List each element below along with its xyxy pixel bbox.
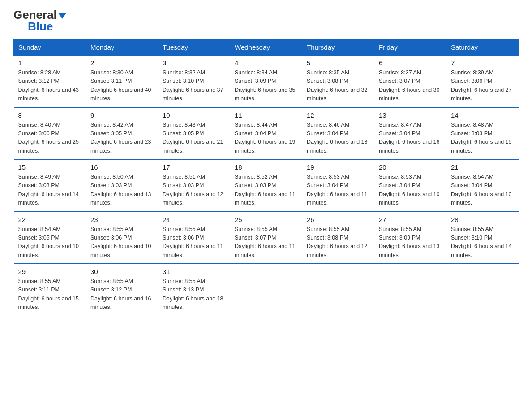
day-cell: 4 Sunrise: 8:34 AMSunset: 3:09 PMDayligh… <box>230 55 302 107</box>
day-info: Sunrise: 8:54 AMSunset: 3:04 PMDaylight:… <box>451 173 514 208</box>
day-number: 27 <box>379 216 442 223</box>
day-number: 8 <box>18 111 82 119</box>
day-info: Sunrise: 8:55 AMSunset: 3:10 PMDaylight:… <box>451 225 514 260</box>
logo-general-text: General <box>13 9 57 21</box>
calendar-table: SundayMondayTuesdayWednesdayThursdayFrid… <box>13 39 519 316</box>
weekday-header-friday: Friday <box>374 40 446 56</box>
day-cell: 9 Sunrise: 8:42 AMSunset: 3:05 PMDayligh… <box>86 107 158 160</box>
day-number: 23 <box>90 216 153 223</box>
day-cell: 20 Sunrise: 8:53 AMSunset: 3:04 PMDaylig… <box>374 159 446 212</box>
day-info: Sunrise: 8:53 AMSunset: 3:04 PMDaylight:… <box>379 173 442 208</box>
day-cell <box>374 264 446 316</box>
day-number: 25 <box>235 216 297 223</box>
day-cell: 18 Sunrise: 8:52 AMSunset: 3:03 PMDaylig… <box>230 159 302 212</box>
day-number: 7 <box>451 59 514 67</box>
logo-blue-text: Blue <box>28 21 53 32</box>
day-cell: 30 Sunrise: 8:55 AMSunset: 3:12 PMDaylig… <box>86 264 158 316</box>
day-cell: 2 Sunrise: 8:30 AMSunset: 3:11 PMDayligh… <box>86 55 158 107</box>
weekday-header-tuesday: Tuesday <box>158 40 230 56</box>
day-cell: 1 Sunrise: 8:28 AMSunset: 3:12 PMDayligh… <box>14 55 86 107</box>
day-number: 10 <box>163 111 225 119</box>
day-info: Sunrise: 8:28 AMSunset: 3:12 PMDaylight:… <box>18 68 82 103</box>
day-number: 11 <box>235 111 297 119</box>
day-number: 4 <box>235 59 297 67</box>
day-number: 18 <box>235 163 297 171</box>
weekday-header-wednesday: Wednesday <box>230 40 302 56</box>
day-number: 5 <box>307 59 369 67</box>
day-number: 6 <box>379 59 442 67</box>
day-number: 16 <box>90 163 153 171</box>
day-cell: 25 Sunrise: 8:55 AMSunset: 3:07 PMDaylig… <box>230 212 302 264</box>
day-cell: 5 Sunrise: 8:35 AMSunset: 3:08 PMDayligh… <box>302 55 374 107</box>
day-number: 24 <box>163 216 225 223</box>
day-number: 13 <box>379 111 442 119</box>
day-cell: 7 Sunrise: 8:39 AMSunset: 3:06 PMDayligh… <box>446 55 519 107</box>
day-info: Sunrise: 8:40 AMSunset: 3:06 PMDaylight:… <box>18 121 82 156</box>
day-cell: 23 Sunrise: 8:55 AMSunset: 3:06 PMDaylig… <box>86 212 158 264</box>
day-number: 17 <box>163 163 225 171</box>
day-number: 14 <box>451 111 514 119</box>
day-cell: 17 Sunrise: 8:51 AMSunset: 3:03 PMDaylig… <box>158 159 230 212</box>
logo-triangle-icon <box>58 13 66 19</box>
day-info: Sunrise: 8:55 AMSunset: 3:08 PMDaylight:… <box>307 225 369 260</box>
weekday-header-sunday: Sunday <box>14 40 86 56</box>
day-info: Sunrise: 8:43 AMSunset: 3:05 PMDaylight:… <box>163 121 225 156</box>
weekday-header-row: SundayMondayTuesdayWednesdayThursdayFrid… <box>14 40 519 56</box>
week-row-4: 22 Sunrise: 8:54 AMSunset: 3:05 PMDaylig… <box>14 212 519 264</box>
day-cell: 24 Sunrise: 8:55 AMSunset: 3:06 PMDaylig… <box>158 212 230 264</box>
day-info: Sunrise: 8:55 AMSunset: 3:12 PMDaylight:… <box>90 277 153 312</box>
week-row-1: 1 Sunrise: 8:28 AMSunset: 3:12 PMDayligh… <box>14 55 519 107</box>
day-info: Sunrise: 8:42 AMSunset: 3:05 PMDaylight:… <box>90 121 153 156</box>
day-cell: 12 Sunrise: 8:46 AMSunset: 3:04 PMDaylig… <box>302 107 374 160</box>
week-row-3: 15 Sunrise: 8:49 AMSunset: 3:03 PMDaylig… <box>14 159 519 212</box>
weekday-header-monday: Monday <box>86 40 158 56</box>
day-cell: 14 Sunrise: 8:48 AMSunset: 3:03 PMDaylig… <box>446 107 519 160</box>
day-cell <box>302 264 374 316</box>
day-info: Sunrise: 8:48 AMSunset: 3:03 PMDaylight:… <box>451 121 514 156</box>
day-info: Sunrise: 8:35 AMSunset: 3:08 PMDaylight:… <box>307 68 369 103</box>
day-cell: 8 Sunrise: 8:40 AMSunset: 3:06 PMDayligh… <box>14 107 86 160</box>
day-cell: 31 Sunrise: 8:55 AMSunset: 3:13 PMDaylig… <box>158 264 230 316</box>
day-info: Sunrise: 8:55 AMSunset: 3:13 PMDaylight:… <box>163 277 225 312</box>
day-info: Sunrise: 8:30 AMSunset: 3:11 PMDaylight:… <box>90 68 153 103</box>
day-number: 1 <box>18 59 82 67</box>
day-cell: 6 Sunrise: 8:37 AMSunset: 3:07 PMDayligh… <box>374 55 446 107</box>
day-info: Sunrise: 8:54 AMSunset: 3:05 PMDaylight:… <box>18 225 82 260</box>
day-info: Sunrise: 8:34 AMSunset: 3:09 PMDaylight:… <box>235 68 297 103</box>
week-row-5: 29 Sunrise: 8:55 AMSunset: 3:11 PMDaylig… <box>14 264 519 316</box>
day-info: Sunrise: 8:51 AMSunset: 3:03 PMDaylight:… <box>163 173 225 208</box>
day-cell <box>446 264 519 316</box>
day-number: 2 <box>90 59 153 67</box>
day-number: 29 <box>18 268 82 275</box>
day-cell: 27 Sunrise: 8:55 AMSunset: 3:09 PMDaylig… <box>374 212 446 264</box>
day-number: 26 <box>307 216 369 223</box>
day-number: 31 <box>163 268 225 275</box>
day-cell <box>230 264 302 316</box>
day-number: 12 <box>307 111 369 119</box>
day-info: Sunrise: 8:55 AMSunset: 3:06 PMDaylight:… <box>163 225 225 260</box>
day-info: Sunrise: 8:52 AMSunset: 3:03 PMDaylight:… <box>235 173 297 208</box>
page-header: General Blue <box>13 9 519 32</box>
day-info: Sunrise: 8:37 AMSunset: 3:07 PMDaylight:… <box>379 68 442 103</box>
day-cell: 22 Sunrise: 8:54 AMSunset: 3:05 PMDaylig… <box>14 212 86 264</box>
day-info: Sunrise: 8:49 AMSunset: 3:03 PMDaylight:… <box>18 173 82 208</box>
day-info: Sunrise: 8:55 AMSunset: 3:06 PMDaylight:… <box>90 225 153 260</box>
day-number: 15 <box>18 163 82 171</box>
day-cell: 13 Sunrise: 8:47 AMSunset: 3:04 PMDaylig… <box>374 107 446 160</box>
logo: General Blue <box>13 9 66 32</box>
day-info: Sunrise: 8:55 AMSunset: 3:07 PMDaylight:… <box>235 225 297 260</box>
day-number: 20 <box>379 163 442 171</box>
day-number: 3 <box>163 59 225 67</box>
day-cell: 3 Sunrise: 8:32 AMSunset: 3:10 PMDayligh… <box>158 55 230 107</box>
day-number: 30 <box>90 268 153 275</box>
day-number: 21 <box>451 163 514 171</box>
day-info: Sunrise: 8:39 AMSunset: 3:06 PMDaylight:… <box>451 68 514 103</box>
day-number: 9 <box>90 111 153 119</box>
day-info: Sunrise: 8:53 AMSunset: 3:04 PMDaylight:… <box>307 173 369 208</box>
day-info: Sunrise: 8:44 AMSunset: 3:04 PMDaylight:… <box>235 121 297 156</box>
day-number: 19 <box>307 163 369 171</box>
day-cell: 19 Sunrise: 8:53 AMSunset: 3:04 PMDaylig… <box>302 159 374 212</box>
day-info: Sunrise: 8:46 AMSunset: 3:04 PMDaylight:… <box>307 121 369 156</box>
day-cell: 10 Sunrise: 8:43 AMSunset: 3:05 PMDaylig… <box>158 107 230 160</box>
day-info: Sunrise: 8:32 AMSunset: 3:10 PMDaylight:… <box>163 68 225 103</box>
